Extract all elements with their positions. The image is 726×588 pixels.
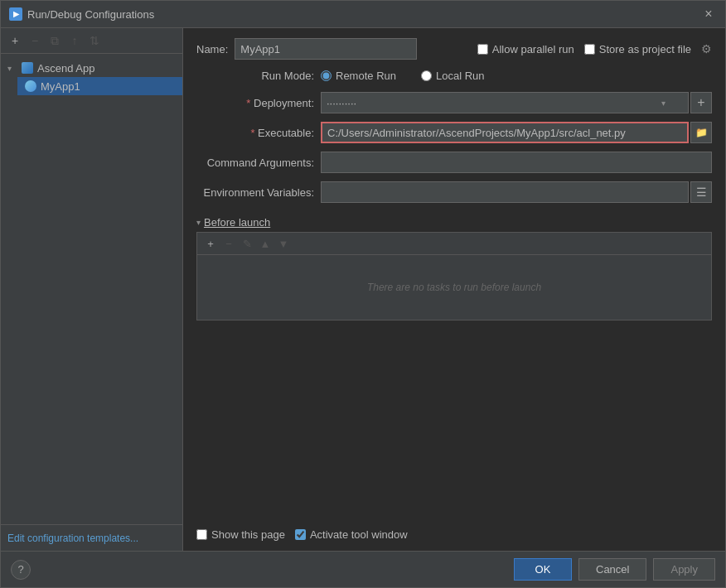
command-args-label: Command Arguments: [196, 157, 321, 169]
footer-buttons: OK Cancel Apply [514, 558, 715, 581]
move-config-button[interactable]: ↑ [65, 31, 84, 50]
dialog-icon: ▶ [9, 7, 22, 21]
executable-input-wrapper: 📁 [321, 122, 712, 143]
env-vars-label: Environment Variables: [196, 186, 321, 199]
allow-parallel-run-checkbox-group[interactable]: Allow parallel run [477, 43, 574, 55]
deployment-label: Deployment: [196, 97, 321, 109]
env-vars-input[interactable] [321, 181, 689, 203]
executable-input[interactable] [321, 122, 689, 143]
main-content: + − ⧉ ↑ ⇅ ▾ Ascend App [1, 28, 725, 551]
gear-icon[interactable]: ⚙ [701, 42, 712, 55]
dialog-footer: ? OK Cancel Apply [1, 551, 725, 587]
header-options: Allow parallel run Store as project file… [477, 42, 712, 55]
config-item-icon [24, 80, 37, 93]
local-run-radio[interactable] [421, 70, 432, 81]
command-args-input[interactable] [321, 152, 712, 173]
local-run-label: Local Run [436, 70, 485, 82]
before-launch-toolbar: + − ✎ ▲ ▼ [196, 232, 712, 254]
cancel-button[interactable]: Cancel [578, 558, 646, 581]
name-header-row: Name: Allow parallel run Store as projec… [196, 38, 712, 60]
form-area: Name: Allow parallel run Store as projec… [183, 28, 725, 551]
deployment-row: Deployment: ·········· ▾ + [196, 92, 712, 113]
edit-templates-link[interactable]: Edit configuration templates... [7, 533, 138, 544]
name-section: Name: [196, 38, 417, 60]
executable-row: Executable: 📁 [196, 122, 712, 143]
ok-button[interactable]: OK [514, 558, 572, 581]
sidebar: + − ⧉ ↑ ⇅ ▾ Ascend App [1, 28, 183, 551]
deployment-select[interactable]: ·········· [321, 92, 689, 113]
sidebar-tree: ▾ Ascend App MyApp1 [1, 54, 182, 524]
sidebar-item-label: MyApp1 [41, 80, 80, 93]
add-config-button[interactable]: + [6, 31, 24, 50]
before-launch-edit-button[interactable]: ✎ [239, 235, 255, 252]
show-this-page-checkbox[interactable] [196, 529, 207, 540]
tree-arrow-icon: ▾ [7, 64, 17, 73]
env-vars-button[interactable]: ☰ [690, 181, 712, 203]
add-deployment-button[interactable]: + [690, 92, 712, 113]
before-launch-add-button[interactable]: + [202, 235, 219, 252]
ascend-app-group: ▾ Ascend App MyApp1 [1, 57, 182, 97]
tree-children: MyApp1 [1, 77, 182, 95]
env-vars-row: Environment Variables: ☰ [196, 181, 712, 203]
before-launch-remove-button[interactable]: − [220, 235, 237, 252]
store-as-project-file-checkbox-group[interactable]: Store as project file [584, 43, 691, 55]
activate-tool-window-checkbox[interactable] [295, 529, 306, 540]
show-this-page-checkbox-group[interactable]: Show this page [196, 528, 285, 541]
close-button[interactable]: × [700, 6, 717, 22]
sidebar-group-label: Ascend App [37, 62, 94, 75]
activate-tool-window-checkbox-group[interactable]: Activate tool window [295, 528, 408, 541]
app-group-icon [21, 61, 34, 75]
title-bar: ▶ Run/Debug Configurations × [1, 1, 725, 28]
before-launch-down-button[interactable]: ▼ [275, 235, 292, 252]
before-launch-up-button[interactable]: ▲ [257, 235, 273, 252]
store-as-project-file-checkbox[interactable] [584, 44, 595, 55]
before-launch-header[interactable]: ▾ Before launch [196, 216, 712, 229]
sidebar-footer: Edit configuration templates... [1, 524, 182, 551]
store-as-project-file-label: Store as project file [599, 43, 691, 55]
copy-config-button[interactable]: ⧉ [46, 31, 64, 50]
env-vars-input-wrapper: ☰ [321, 181, 712, 203]
title-bar-left: ▶ Run/Debug Configurations [9, 7, 154, 21]
executable-label: Executable: [196, 127, 321, 139]
no-tasks-message: There are no tasks to run before launch [367, 282, 541, 293]
browse-executable-button[interactable]: 📁 [690, 122, 712, 143]
bottom-options: Show this page Activate tool window [196, 528, 712, 541]
deployment-select-wrapper: ·········· ▾ [321, 92, 689, 113]
run-mode-radio-group: Remote Run Local Run [321, 70, 712, 82]
name-label: Name: [196, 43, 228, 55]
sidebar-item-myapp1[interactable]: MyApp1 [17, 77, 182, 95]
run-mode-row: Run Mode: Remote Run Local Run [196, 70, 712, 82]
sidebar-item-ascend-app[interactable]: ▾ Ascend App [1, 59, 182, 77]
run-debug-dialog: ▶ Run/Debug Configurations × + − ⧉ ↑ ⇅ ▾ [0, 0, 726, 588]
run-mode-label: Run Mode: [196, 70, 321, 82]
name-input[interactable] [235, 38, 417, 60]
help-button[interactable]: ? [11, 560, 31, 580]
dialog-title: Run/Debug Configurations [27, 8, 154, 21]
remote-run-label: Remote Run [336, 70, 396, 82]
remote-run-radio[interactable] [321, 70, 332, 81]
allow-parallel-run-checkbox[interactable] [477, 44, 488, 55]
local-run-option[interactable]: Local Run [421, 70, 485, 82]
before-launch-section: ▾ Before launch + − ✎ ▲ ▼ There are no t… [196, 216, 712, 520]
before-launch-title: Before launch [204, 216, 270, 229]
allow-parallel-run-label: Allow parallel run [492, 43, 574, 55]
show-this-page-label: Show this page [211, 528, 285, 541]
sort-config-button[interactable]: ⇅ [85, 31, 104, 50]
activate-tool-window-label: Activate tool window [310, 528, 408, 541]
before-launch-arrow-icon: ▾ [196, 218, 201, 227]
remove-config-button[interactable]: − [26, 31, 44, 50]
remote-run-option[interactable]: Remote Run [321, 70, 396, 82]
sidebar-toolbar: + − ⧉ ↑ ⇅ [1, 28, 182, 54]
apply-button[interactable]: Apply [653, 558, 715, 581]
command-args-row: Command Arguments: [196, 152, 712, 173]
before-launch-content: There are no tasks to run before launch [196, 254, 712, 321]
